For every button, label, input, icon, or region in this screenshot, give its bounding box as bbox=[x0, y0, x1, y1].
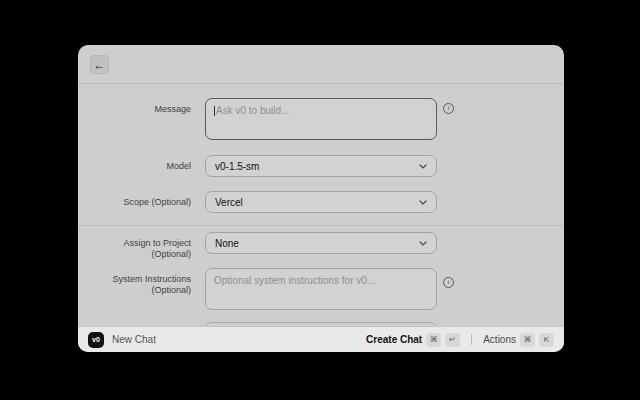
system-instructions-label: System Instructions (Optional) bbox=[86, 274, 191, 296]
footer-divider bbox=[471, 334, 472, 345]
project-select[interactable]: None bbox=[205, 232, 437, 254]
system-info-icon[interactable]: i bbox=[443, 277, 454, 288]
cmd-key-icon: ⌘ bbox=[426, 333, 441, 347]
screen-backdrop: ← Message Ask v0 to build... i Model v0-… bbox=[0, 0, 640, 400]
info-glyph: i bbox=[448, 278, 450, 286]
system-instructions-placeholder: Optional system instructions for v0... bbox=[214, 275, 375, 286]
v0-logo: v0 bbox=[88, 332, 104, 348]
message-textarea[interactable]: Ask v0 to build... bbox=[205, 98, 437, 140]
scope-select[interactable]: Vercel bbox=[205, 191, 437, 213]
back-arrow-icon: ← bbox=[94, 59, 106, 71]
project-label: Assign to Project (Optional) bbox=[86, 238, 191, 260]
message-placeholder: Ask v0 to build... bbox=[216, 105, 289, 116]
message-label: Message bbox=[86, 104, 191, 115]
window-title: New Chat bbox=[112, 334, 156, 345]
system-instructions-textarea[interactable]: Optional system instructions for v0... bbox=[205, 268, 437, 310]
chevron-down-icon bbox=[419, 164, 427, 169]
chevron-down-icon bbox=[419, 200, 427, 205]
cmd-key-icon: ⌘ bbox=[520, 333, 535, 347]
create-chat-label: Create Chat bbox=[366, 334, 422, 345]
new-chat-window: ← Message Ask v0 to build... i Model v0-… bbox=[78, 45, 564, 352]
project-value: None bbox=[215, 238, 239, 249]
actions-button[interactable]: Actions ⌘ K bbox=[483, 333, 554, 347]
model-value: v0-1.5-sm bbox=[215, 161, 259, 172]
window-header: ← bbox=[78, 45, 564, 84]
k-key-icon: K bbox=[539, 333, 554, 347]
model-label: Model bbox=[86, 161, 191, 172]
v0-logo-text: v0 bbox=[92, 336, 100, 343]
text-caret bbox=[214, 106, 215, 116]
model-select[interactable]: v0-1.5-sm bbox=[205, 155, 437, 177]
return-key-icon: ↵ bbox=[445, 333, 460, 347]
message-info-icon[interactable]: i bbox=[443, 103, 454, 114]
section-divider bbox=[78, 225, 564, 226]
scope-value: Vercel bbox=[215, 197, 243, 208]
create-chat-button[interactable]: Create Chat ⌘ ↵ bbox=[366, 333, 460, 347]
footer-bar: v0 New Chat Create Chat ⌘ ↵ Actions ⌘ K bbox=[78, 326, 564, 352]
actions-label: Actions bbox=[483, 334, 516, 345]
info-glyph: i bbox=[448, 104, 450, 112]
back-button[interactable]: ← bbox=[90, 55, 109, 74]
chevron-down-icon bbox=[419, 241, 427, 246]
scope-label: Scope (Optional) bbox=[86, 197, 191, 208]
